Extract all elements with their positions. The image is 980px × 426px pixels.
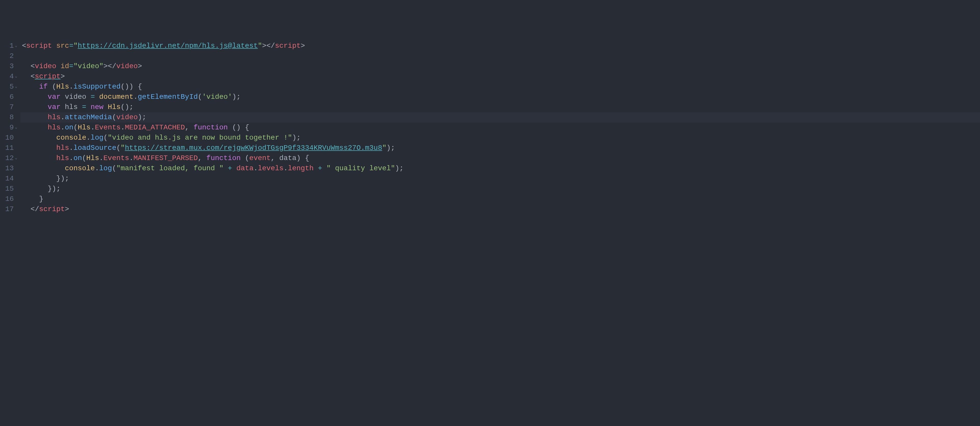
token-vr: data — [236, 164, 253, 172]
code-line[interactable]: var hls = new Hls(); — [21, 102, 980, 112]
line-number: 16 — [3, 194, 14, 204]
token-p — [86, 103, 91, 111]
gutter-row[interactable]: 17 — [0, 204, 18, 215]
token-p — [22, 93, 48, 101]
gutter-row[interactable]: 14 — [0, 173, 18, 184]
token-p — [22, 134, 56, 141]
token-kw: function — [207, 154, 241, 162]
token-p — [56, 62, 60, 70]
token-lk: https://cdn.jsdelivr.net/npm/hls.js@late… — [78, 42, 258, 50]
token-fn: loadSource — [73, 144, 116, 152]
fold-toggle-icon[interactable]: ⌄ — [14, 153, 18, 163]
code-line[interactable]: }); — [21, 173, 980, 184]
fold-toggle-icon — [14, 102, 18, 112]
token-p: ); — [387, 144, 395, 152]
fold-toggle-icon — [14, 51, 18, 61]
token-p: ( — [112, 113, 116, 121]
code-line[interactable]: hls.on(Hls.Events.MEDIA_ATTACHED, functi… — [21, 122, 980, 133]
gutter-row[interactable]: 8 — [0, 112, 18, 122]
token-op: = — [91, 93, 95, 101]
token-p: </ — [266, 42, 275, 50]
token-st: "video and hls.js are now bound together… — [108, 134, 292, 141]
code-line[interactable]: hls.on(Hls.Events.MANIFEST_PARSED, funct… — [21, 153, 980, 163]
token-p: . — [283, 164, 288, 172]
line-number: 13 — [3, 163, 14, 173]
token-kw: var — [48, 103, 60, 111]
fold-toggle-icon[interactable]: ⌄ — [14, 122, 18, 132]
gutter-row[interactable]: 15 — [0, 184, 18, 194]
code-line[interactable]: console.log("video and hls.js are now bo… — [21, 133, 980, 143]
gutter-row[interactable]: 5⌄ — [0, 82, 18, 92]
code-line[interactable]: } — [21, 194, 980, 204]
gutter-row[interactable]: 12⌄ — [0, 153, 18, 163]
token-p: , — [185, 124, 194, 132]
code-line[interactable]: <video id="video"></video> — [21, 61, 980, 72]
token-p: ); — [292, 134, 301, 141]
line-number: 14 — [3, 173, 14, 184]
fold-toggle-icon[interactable]: ⌄ — [14, 71, 18, 81]
token-p — [22, 124, 48, 132]
code-line[interactable]: <script src="https://cdn.jsdelivr.net/np… — [21, 41, 980, 51]
gutter-row[interactable]: 1⌄ — [0, 41, 18, 51]
fold-toggle-icon — [14, 183, 18, 194]
token-p: ( — [198, 93, 202, 101]
token-p: ( — [112, 164, 116, 172]
line-number: 6 — [3, 92, 14, 102]
token-pr: Hls — [108, 103, 121, 111]
code-line[interactable]: }); — [21, 184, 980, 194]
line-number: 3 — [3, 61, 14, 72]
gutter-row[interactable]: 7 — [0, 102, 18, 112]
token-tg: video — [116, 62, 138, 70]
code-line[interactable]: if (Hls.isSupported()) { — [21, 82, 980, 92]
gutter-row[interactable]: 4⌄ — [0, 72, 18, 82]
token-fn: log — [91, 134, 103, 141]
token-p: . — [69, 154, 73, 162]
token-vr: hls — [48, 113, 60, 121]
token-at: src — [56, 42, 69, 50]
gutter-row[interactable]: 2 — [0, 51, 18, 61]
token-p: ( — [73, 124, 78, 132]
token-pr: console — [56, 134, 86, 141]
fold-toggle-icon[interactable]: ⌄ — [14, 41, 18, 51]
token-pr: console — [65, 164, 95, 172]
gutter-row[interactable]: 11 — [0, 143, 18, 153]
token-vr: Events — [103, 154, 129, 162]
token-p — [78, 103, 82, 111]
token-p: </ — [22, 205, 39, 213]
gutter-row[interactable]: 9⌄ — [0, 122, 18, 133]
token-p: . — [253, 164, 258, 172]
code-line[interactable]: console.log("manifest loaded, found " + … — [21, 163, 980, 173]
gutter-row[interactable]: 6 — [0, 92, 18, 102]
gutter-row[interactable]: 13 — [0, 163, 18, 173]
token-fn: attachMedia — [65, 113, 112, 121]
token-tg: script — [35, 73, 60, 80]
code-line[interactable]: </script> — [21, 204, 980, 215]
gutter-row[interactable]: 10 — [0, 133, 18, 143]
token-p: . — [69, 83, 73, 91]
code-line[interactable]: hls.attachMedia(video); — [21, 112, 980, 122]
line-gutter[interactable]: 1⌄2 3 4⌄5⌄6 7 8 9⌄10 11 12⌄13 14 15 16 1… — [0, 41, 21, 426]
token-vd: video — [65, 93, 86, 101]
gutter-row[interactable]: 3 — [0, 61, 18, 72]
code-editor[interactable]: 1⌄2 3 4⌄5⌄6 7 8 9⌄10 11 12⌄13 14 15 16 1… — [0, 41, 980, 426]
gutter-row[interactable]: 16 — [0, 194, 18, 204]
token-p — [22, 103, 48, 111]
code-line[interactable]: hls.loadSource("https://stream.mux.com/r… — [21, 143, 980, 153]
code-area[interactable]: <script src="https://cdn.jsdelivr.net/np… — [21, 41, 980, 426]
token-st: "video" — [73, 62, 103, 70]
fold-toggle-icon — [14, 61, 18, 71]
token-p: ) { — [296, 154, 309, 162]
fold-toggle-icon[interactable]: ⌄ — [14, 81, 18, 92]
token-p — [52, 42, 56, 50]
token-p: ); — [232, 93, 241, 101]
token-p: . — [134, 93, 138, 101]
code-line[interactable] — [21, 51, 980, 61]
token-fn: getElementById — [138, 93, 198, 101]
code-line[interactable]: <script> — [21, 72, 980, 82]
token-pr: document — [99, 93, 134, 101]
code-line[interactable]: var video = document.getElementById('vid… — [21, 92, 980, 102]
token-p: () { — [228, 124, 249, 132]
token-vr: levels — [258, 164, 283, 172]
token-vr: hls — [56, 144, 69, 152]
token-p — [22, 113, 48, 121]
